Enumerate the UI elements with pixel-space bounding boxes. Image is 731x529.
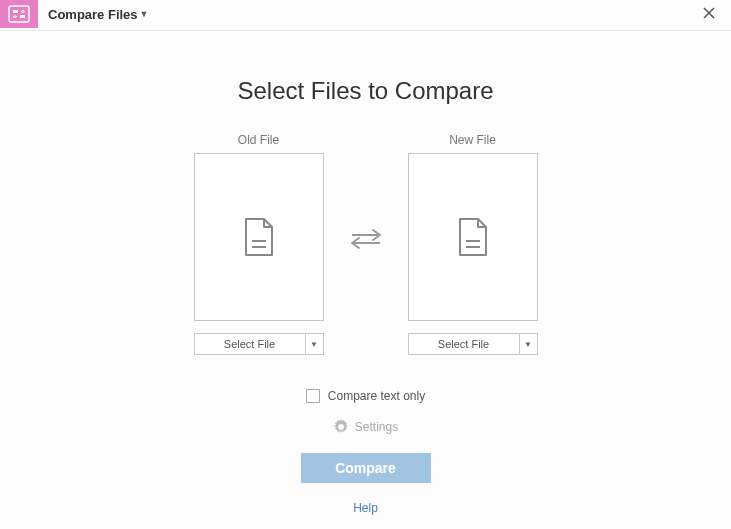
content: Select Files to Compare Old File Select … xyxy=(0,31,731,515)
swap-arrows-icon[interactable] xyxy=(348,227,384,251)
content-scroll[interactable]: Select Files to Compare Old File Select … xyxy=(0,31,731,529)
old-select-file-button[interactable]: Select File xyxy=(195,334,305,354)
file-row: Old File Select File ▼ xyxy=(0,133,731,355)
gear-icon xyxy=(333,419,349,435)
new-select-file: Select File ▼ xyxy=(408,333,538,355)
help-link[interactable]: Help xyxy=(353,501,378,515)
old-select-file-dropdown[interactable]: ▼ xyxy=(305,334,323,354)
old-select-file: Select File ▼ xyxy=(194,333,324,355)
close-icon xyxy=(702,6,716,20)
document-icon xyxy=(456,217,490,257)
app-icon xyxy=(0,0,38,28)
old-file-column: Old File Select File ▼ xyxy=(194,133,324,355)
svg-rect-0 xyxy=(9,6,29,22)
compare-files-menu[interactable]: Compare Files ▼ xyxy=(38,0,159,28)
new-file-column: New File Select File ▼ xyxy=(408,133,538,355)
svg-rect-1 xyxy=(13,10,18,13)
settings-label: Settings xyxy=(355,420,398,434)
new-file-dropzone[interactable] xyxy=(408,153,538,321)
header: Compare Files ▼ xyxy=(0,0,731,28)
compare-text-only-checkbox[interactable] xyxy=(306,389,320,403)
new-select-file-dropdown[interactable]: ▼ xyxy=(519,334,537,354)
caret-down-icon: ▼ xyxy=(140,9,149,19)
new-select-file-button[interactable]: Select File xyxy=(409,334,519,354)
compare-text-only-row[interactable]: Compare text only xyxy=(306,389,425,403)
old-file-label: Old File xyxy=(194,133,324,147)
compare-button[interactable]: Compare xyxy=(301,453,431,483)
svg-point-11 xyxy=(338,425,343,430)
document-icon xyxy=(242,217,276,257)
settings-button[interactable]: Settings xyxy=(333,419,398,435)
svg-rect-2 xyxy=(20,15,25,18)
page-title: Select Files to Compare xyxy=(0,77,731,105)
new-file-label: New File xyxy=(408,133,538,147)
compare-text-only-label: Compare text only xyxy=(328,389,425,403)
swap-column xyxy=(324,155,408,323)
options: Compare text only Settings Compare Help xyxy=(0,389,731,515)
title-text: Compare Files xyxy=(48,7,138,22)
old-file-dropzone[interactable] xyxy=(194,153,324,321)
close-button[interactable] xyxy=(699,4,719,25)
